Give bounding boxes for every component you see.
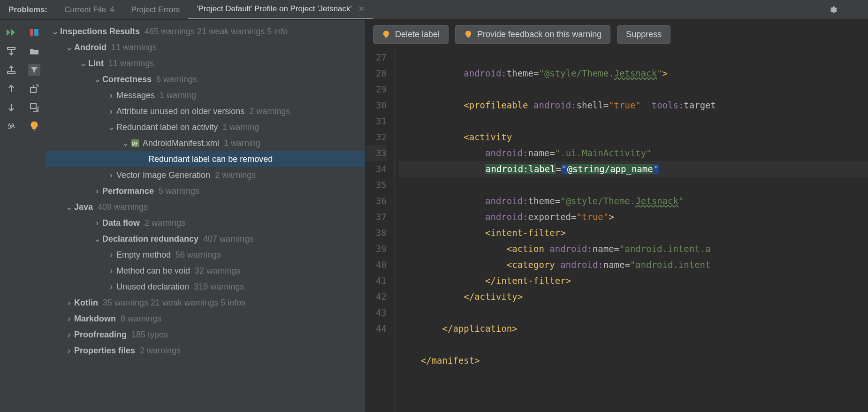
tree-selected-row[interactable]: Redundant label can be removed [46, 151, 365, 167]
group-icon[interactable] [28, 26, 40, 38]
export-icon[interactable] [28, 83, 40, 95]
svg-rect-11 [385, 37, 388, 38]
chevron-right-icon[interactable]: › [64, 346, 74, 356]
toolbar-left [0, 20, 23, 412]
inspection-tree[interactable]: ⌄Inspections Results465 warnings 21 weak… [46, 20, 365, 412]
code-editor[interactable]: 272829303132333435363738394041424344 and… [365, 49, 868, 412]
chevron-right-icon[interactable]: › [92, 218, 102, 228]
quickfix-bar: Delete label Provide feedback on this wa… [365, 20, 868, 49]
code-preview-panel: Delete label Provide feedback on this wa… [365, 20, 868, 412]
suppress-button[interactable]: Suppress [617, 25, 670, 44]
chevron-right-icon[interactable]: › [106, 107, 116, 116]
bulb-icon [382, 31, 390, 39]
chevron-right-icon[interactable]: › [106, 170, 116, 180]
chevron-right-icon[interactable]: › [64, 298, 74, 308]
chevron-right-icon[interactable]: › [106, 250, 116, 260]
settings-icon[interactable] [5, 120, 17, 132]
tab-profile[interactable]: 'Project Default' Profile on Project 'Je… [188, 0, 373, 19]
xml-file-icon: MF [130, 138, 140, 148]
collapse-all-icon[interactable] [5, 64, 17, 76]
svg-text:MF: MF [132, 141, 138, 146]
svg-point-3 [10, 125, 12, 127]
chevron-down-icon[interactable]: ⌄ [92, 234, 102, 244]
minimize-icon[interactable] [848, 5, 859, 15]
prev-icon[interactable] [5, 83, 17, 95]
problems-label: Problems: [0, 0, 56, 19]
svg-rect-12 [467, 37, 470, 38]
bulb-icon[interactable] [28, 120, 40, 132]
chevron-right-icon[interactable]: › [106, 266, 116, 276]
svg-rect-2 [8, 72, 15, 74]
bulb-icon [464, 31, 472, 39]
svg-rect-5 [34, 29, 38, 36]
chevron-down-icon[interactable]: ⌄ [64, 42, 74, 53]
tab-current-file[interactable]: Current File 4 [56, 0, 122, 19]
chevron-down-icon[interactable]: ⌄ [106, 122, 116, 132]
next-icon[interactable] [5, 101, 17, 114]
expand-all-icon[interactable] [5, 45, 17, 57]
import-icon[interactable] [28, 101, 40, 114]
rerun-icon[interactable] [5, 26, 17, 38]
chevron-right-icon[interactable]: › [92, 186, 102, 196]
chevron-right-icon[interactable]: › [64, 330, 74, 340]
chevron-right-icon[interactable]: › [106, 282, 116, 292]
chevron-down-icon[interactable]: ⌄ [120, 138, 130, 148]
chevron-down-icon[interactable]: ⌄ [50, 26, 60, 37]
folder-icon[interactable] [28, 45, 40, 57]
chevron-down-icon[interactable]: ⌄ [78, 58, 88, 69]
filter-icon[interactable] [28, 64, 40, 76]
svg-rect-4 [30, 29, 33, 36]
chevron-right-icon[interactable]: › [64, 314, 74, 324]
code-content: android:theme="@style/Theme.Jetsnack"> <… [395, 49, 868, 412]
svg-rect-0 [853, 9, 854, 9]
svg-rect-7 [30, 104, 36, 108]
close-icon[interactable]: ✕ [358, 5, 365, 13]
tab-bar: Problems: Current File 4 Project Errors … [0, 0, 868, 20]
chevron-right-icon[interactable]: › [106, 91, 116, 100]
svg-rect-1 [8, 47, 15, 49]
line-gutter: 272829303132333435363738394041424344 [365, 49, 395, 412]
toolbar-left-2 [23, 20, 46, 412]
chevron-down-icon[interactable]: ⌄ [64, 202, 74, 212]
svg-rect-8 [33, 130, 36, 130]
gear-icon[interactable] [828, 5, 838, 15]
tab-project-errors[interactable]: Project Errors [122, 0, 188, 19]
delete-label-button[interactable]: Delete label [373, 25, 449, 44]
feedback-button[interactable]: Provide feedback on this warning [455, 25, 610, 44]
chevron-down-icon[interactable]: ⌄ [92, 74, 102, 84]
svg-rect-6 [30, 88, 36, 92]
